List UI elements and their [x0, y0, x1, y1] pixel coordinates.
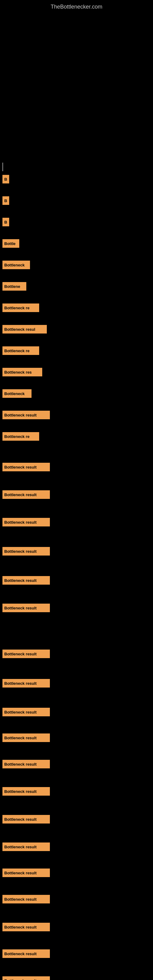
bottleneck-bar[interactable]: Bottleneck result — [2, 576, 50, 585]
bottleneck-bar[interactable]: Bottleneck result — [2, 923, 50, 931]
bottleneck-bar[interactable]: Bottleneck result — [2, 649, 50, 658]
bottleneck-bar[interactable]: Bottleneck result — [2, 950, 50, 958]
bottleneck-bar[interactable]: Bottleneck result — [2, 733, 50, 742]
bottleneck-bar[interactable]: Bottleneck re — [2, 346, 39, 355]
bottleneck-bar[interactable]: Bottleneck result — [2, 490, 50, 499]
bottleneck-bar[interactable]: Bottleneck result — [2, 843, 50, 851]
bottleneck-bar[interactable]: Bottleneck re — [2, 304, 39, 312]
bottleneck-bar[interactable]: Bottleneck result — [2, 679, 50, 687]
bottleneck-bar[interactable]: Bottleneck result — [2, 895, 50, 904]
bottleneck-bar[interactable]: Bottle — [2, 239, 19, 248]
bottleneck-bar[interactable]: Bottleneck result — [2, 760, 50, 768]
bottleneck-bar[interactable]: Bottleneck — [2, 389, 32, 398]
bottleneck-bar[interactable]: B — [2, 175, 9, 183]
bottleneck-bar[interactable]: Bottleneck result — [2, 869, 50, 877]
bottleneck-bar[interactable]: B — [2, 196, 9, 205]
bottleneck-bar[interactable]: Bottleneck re — [2, 432, 39, 441]
bottleneck-bar[interactable]: Bottleneck result — [2, 815, 50, 824]
bottleneck-bar[interactable]: Bottleneck — [2, 261, 30, 269]
bottleneck-bar[interactable]: Bottleneck result — [2, 604, 50, 612]
bottleneck-bar[interactable]: Bottleneck result — [2, 411, 50, 419]
bottleneck-bar[interactable]: Bottleneck resul — [2, 325, 47, 334]
bottleneck-bar[interactable]: Bottleneck result — [2, 787, 50, 795]
bottleneck-bar[interactable]: Bottleneck res — [2, 368, 42, 376]
bottleneck-bar[interactable]: Bottleneck result — [2, 976, 50, 980]
site-title: TheBottlenecker.com — [0, 0, 153, 13]
bottleneck-bar[interactable]: Bottlene — [2, 282, 26, 291]
bottleneck-bar[interactable]: B — [2, 218, 9, 226]
bottleneck-bar[interactable]: Bottleneck result — [2, 518, 50, 527]
bottleneck-bar[interactable]: Bottleneck result — [2, 708, 50, 716]
cursor-line — [2, 162, 3, 171]
bottleneck-bar[interactable]: Bottleneck result — [2, 463, 50, 471]
bottleneck-bar[interactable]: Bottleneck result — [2, 547, 50, 555]
